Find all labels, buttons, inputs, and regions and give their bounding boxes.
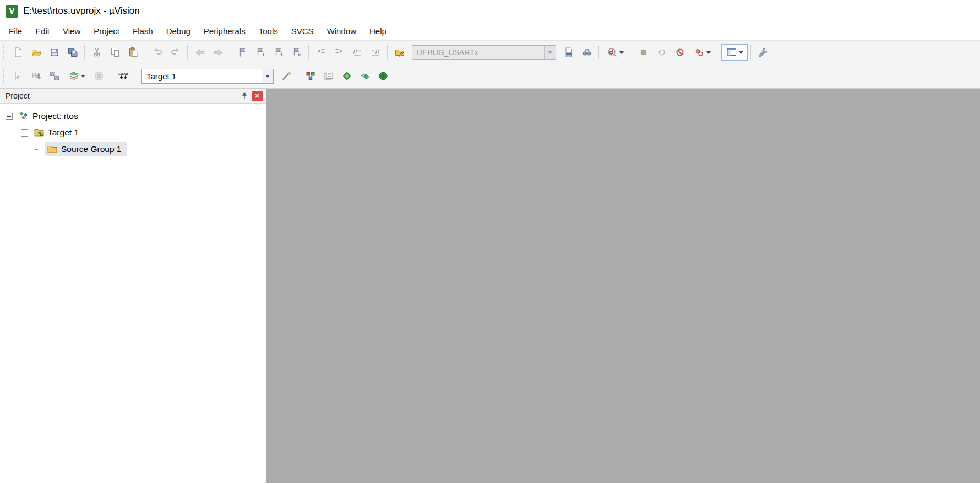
target-icon — [34, 127, 45, 138]
menu-flash[interactable]: Flash — [126, 24, 160, 39]
arrow-right-icon — [213, 47, 224, 58]
uncomment-selection-button[interactable] — [366, 44, 384, 61]
previous-bookmark-button[interactable] — [269, 44, 287, 61]
paste-button[interactable] — [124, 44, 142, 61]
collapse-toggle-icon[interactable] — [21, 129, 28, 137]
indent-right-button[interactable] — [330, 44, 348, 61]
batch-build-button[interactable] — [63, 68, 90, 84]
new-file-button[interactable] — [9, 44, 27, 61]
options-for-target-button[interactable] — [277, 68, 295, 84]
menu-edit[interactable]: Edit — [29, 24, 56, 39]
pack-installer-icon — [378, 70, 389, 81]
target-select-combobox[interactable]: Target 1 — [141, 69, 274, 84]
menu-peripherals[interactable]: Peripherals — [197, 24, 252, 39]
toggle-breakpoint-button[interactable] — [634, 44, 652, 61]
menu-svcs[interactable]: SVCS — [285, 24, 320, 39]
find-folder-icon — [394, 47, 405, 58]
menu-window[interactable]: Window — [320, 24, 363, 39]
toolbar-grip[interactable] — [3, 69, 7, 83]
target-select-value: Target 1 — [142, 69, 262, 83]
disable-all-breakpoints-button[interactable] — [689, 44, 715, 61]
toolbar-separator — [145, 45, 145, 59]
build-button[interactable] — [27, 68, 45, 84]
target-combo-dropdown-button[interactable] — [262, 69, 273, 83]
toolbar-grip[interactable] — [3, 45, 7, 59]
indent-left-icon — [315, 47, 326, 58]
enable-disable-breakpoint-button[interactable] — [652, 44, 671, 61]
wrench-icon — [758, 47, 769, 58]
open-file-button[interactable] — [27, 44, 45, 61]
indent-left-button[interactable] — [312, 44, 330, 61]
pack-installer-button[interactable] — [374, 68, 392, 84]
menu-project[interactable]: Project — [87, 24, 126, 39]
save-all-button[interactable] — [63, 44, 81, 61]
chevron-down-icon — [739, 51, 743, 54]
folder-icon — [47, 144, 58, 155]
redo-button[interactable] — [166, 44, 184, 61]
tree-item-label: Source Group 1 — [61, 144, 121, 154]
clear-bookmarks-button[interactable] — [287, 44, 306, 61]
toolbar-separator — [631, 45, 631, 59]
toggle-bookmark-button[interactable] — [233, 44, 251, 61]
chevron-down-icon — [619, 51, 624, 54]
select-software-packs-button[interactable] — [356, 68, 374, 84]
toolbar-separator — [750, 45, 751, 59]
navigate-back-button[interactable] — [190, 44, 209, 61]
mdi-workspace — [266, 89, 980, 483]
translate-button[interactable] — [9, 68, 27, 84]
uncomment-icon — [370, 47, 381, 58]
menu-tools[interactable]: Tools — [252, 24, 285, 39]
navigate-forward-button[interactable] — [209, 44, 227, 61]
copy-icon — [110, 47, 121, 58]
bookmark-previous-icon — [273, 47, 284, 58]
toolbar-separator — [598, 45, 599, 59]
redo-icon — [170, 47, 181, 58]
manage-rte-button[interactable] — [337, 68, 356, 84]
window-layout-button[interactable] — [721, 44, 748, 61]
rebuild-all-button[interactable] — [45, 68, 63, 84]
tree-item-target-1[interactable]: Target 1 — [0, 124, 266, 141]
menu-file[interactable]: File — [2, 24, 29, 39]
save-all-icon — [67, 47, 78, 58]
find-text-combobox[interactable]: DEBUG_USARTx — [412, 45, 556, 60]
find-in-files-button[interactable] — [559, 44, 578, 61]
next-bookmark-button[interactable] — [251, 44, 269, 61]
cut-button[interactable] — [88, 44, 106, 61]
configuration-button[interactable] — [754, 44, 772, 61]
find-combo-dropdown-button[interactable] — [544, 46, 556, 59]
copy-button[interactable] — [106, 44, 124, 61]
menubar: File Edit View Project Flash Debug Perip… — [0, 22, 980, 40]
tree-item-project-rtos[interactable]: Project: rtos — [0, 108, 266, 124]
incremental-find-button[interactable] — [578, 44, 596, 61]
translate-file-icon — [13, 70, 24, 81]
close-panel-button[interactable] — [252, 91, 263, 101]
batch-build-icon — [68, 70, 79, 81]
menu-view[interactable]: View — [56, 24, 87, 39]
chevron-down-icon — [265, 75, 270, 78]
start-stop-debug-button[interactable] — [602, 44, 628, 61]
menu-debug[interactable]: Debug — [160, 24, 197, 39]
find-text-value: DEBUG_USARTx — [412, 46, 544, 59]
undo-button[interactable] — [148, 44, 166, 61]
tree-item-source-group-1[interactable]: Source Group 1 — [0, 141, 266, 157]
uvision-app-icon — [6, 5, 18, 18]
download-button[interactable]: LOAD — [114, 68, 132, 84]
menu-help[interactable]: Help — [363, 24, 393, 39]
stop-build-button[interactable] — [90, 68, 108, 84]
bookmark-clear-icon — [291, 47, 302, 58]
manage-project-items-button[interactable] — [301, 68, 319, 84]
window-layout-icon — [726, 47, 737, 58]
window-title: E:\test\rtos.uvprojx - µVision — [23, 6, 140, 17]
comment-selection-button[interactable] — [348, 44, 366, 61]
save-button[interactable] — [45, 44, 63, 61]
file-extensions-books-button[interactable] — [319, 68, 337, 84]
find-in-files-dialog-button[interactable] — [390, 44, 409, 61]
save-icon — [49, 47, 60, 58]
collapse-toggle-icon[interactable] — [6, 113, 13, 120]
breakpoint-filled-icon — [638, 47, 649, 58]
kill-all-breakpoints-button[interactable] — [671, 44, 689, 61]
debug-session-icon — [607, 47, 618, 58]
pin-panel-button[interactable] — [239, 91, 250, 101]
project-icon — [18, 111, 29, 122]
titlebar: E:\test\rtos.uvprojx - µVision — [0, 0, 980, 22]
